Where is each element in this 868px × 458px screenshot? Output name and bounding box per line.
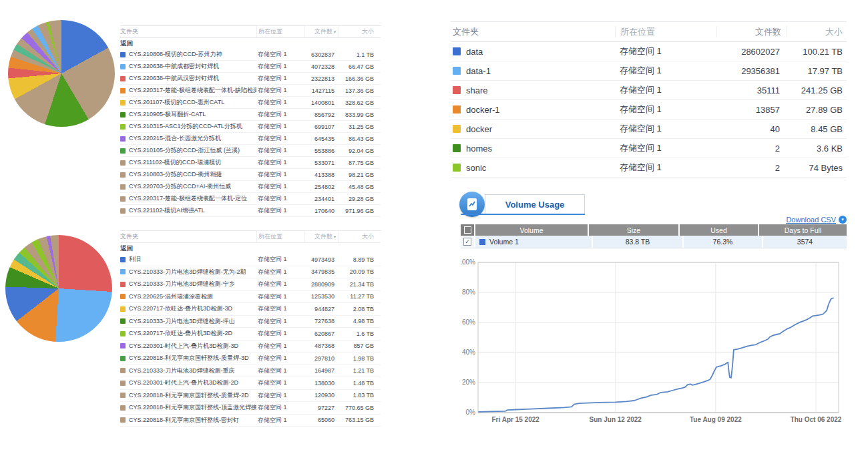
folder-name: CYS.220301-时代上汽-叠片机3D检测-2D (129, 379, 256, 387)
folder-file-count: 35111 (716, 85, 785, 95)
download-arrow-icon[interactable]: ▼ (839, 216, 847, 224)
table-row[interactable]: CYS.220638-中航武汉密封钉焊机存储空间 12322813166.36 … (120, 73, 381, 85)
table-row[interactable]: CYS.220317-楚能-极组卷绕装配一体机-定位存储空间 123440129… (120, 193, 381, 205)
folder-name-cell: CYS.220625-温州瑞浦涂覆检测 (120, 292, 256, 301)
table-row[interactable]: homes存储空间 123.6 KB (451, 139, 847, 158)
table-row[interactable]: CYS.210333-刀片电池3D焊缝检测-坪山存储空间 17276384.98… (120, 316, 381, 328)
table-row[interactable]: CYS.220625-温州瑞浦涂覆检测存储空间 1125353011.27 TB (120, 291, 381, 304)
table-row[interactable]: CYS.220818-利元亨南京国轩整线-顶盖激光焊接-...存储空间 1972… (120, 402, 381, 415)
download-csv-link[interactable]: Download CSV (786, 216, 836, 224)
folder-file-count: 4973493 (304, 256, 337, 263)
table-row[interactable]: CYS.210803-分拣的CCD-衢州翱捷存储空间 141338898.21 … (120, 169, 381, 181)
folder-name: CYS.211102-模切的CCD-瑞浦模切 (129, 158, 256, 167)
table-row[interactable]: data-1存储空间 12935638117.97 TB (451, 61, 847, 81)
table-row[interactable]: CYS.220317-楚能-极组卷绕装配一体机-缺陷检测存储空间 1142711… (120, 85, 381, 97)
folder-color-swatch (120, 148, 126, 154)
folder-name: CYS.220301-时代上汽-叠片机3D检测-3D (129, 342, 256, 351)
table-row[interactable]: CYS.220818-利元亨南京国轩整线-质量焊-2D存储空间 11209301… (120, 390, 381, 403)
table-row[interactable]: CYS.220818-利元亨南京国轩整线-密封钉存储空间 165060763.1… (120, 415, 381, 427)
folder-size: 328.62 GB (337, 99, 381, 106)
folder-color-swatch (120, 306, 126, 312)
table-row[interactable]: data存储空间 128602027100.21 TB (451, 42, 847, 61)
back-link[interactable]: 返回 (120, 243, 381, 254)
folder-name: 利旧 (129, 255, 256, 264)
folder-size: 29.28 GB (337, 196, 381, 202)
table-row[interactable]: docker存储空间 1408.45 GB (451, 120, 847, 139)
table-row[interactable]: CYS.210905-极耳翻折-CATL存储空间 1856792833.99 G… (120, 109, 381, 121)
table-row[interactable]: CYS.210105-分拣的CCD-浙江恒威 (兰溪)存储空间 15538869… (120, 145, 381, 157)
folder-color-swatch (453, 164, 461, 172)
column-header-count[interactable]: 文件数▾ (305, 231, 339, 242)
folder-file-count: 3479835 (304, 268, 337, 275)
folder-file-count: 856792 (304, 111, 337, 118)
column-header-count[interactable]: 文件数▾ (305, 26, 339, 37)
folder-name: CYS.210315-ASC1分拣的CCD-ATL分拣机 (129, 122, 256, 131)
folder-location: 存储空间 1 (256, 134, 304, 143)
table-row[interactable]: CYS.210333-刀片电池3D焊缝检测-无为-2期存储空间 13479835… (120, 266, 381, 279)
table-row[interactable]: CYS.220717-欣旺达-叠片机3D检测-2D存储空间 16208671.6… (120, 328, 381, 340)
table-row[interactable]: 利旧存储空间 149734938.89 TB (120, 254, 381, 266)
table-row[interactable]: docker-1存储空间 11385727.89 GB (451, 100, 847, 120)
column-header-location[interactable]: 所在位置 (616, 26, 717, 37)
column-header-count[interactable]: 文件数 (717, 26, 787, 37)
folder-file-count: 413388 (304, 172, 337, 178)
folder-file-count: 65060 (304, 417, 337, 423)
column-header-folder[interactable]: 文件夹 (120, 231, 257, 242)
y-axis-label: 40% (462, 349, 475, 356)
table-row[interactable]: CYS.210315-ASC1分拣的CCD-ATL分拣机存储空间 1699107… (120, 121, 381, 133)
folder-file-count: 487368 (304, 342, 337, 349)
folder-size: 17.97 TB (785, 66, 847, 76)
folder-file-count: 29356381 (716, 66, 785, 76)
folder-color-swatch (120, 196, 126, 202)
table-row[interactable]: CYS.220301-时代上汽-叠片机3D检测-2D存储空间 11380301.… (120, 377, 381, 390)
folder-name: share (466, 85, 488, 95)
folder-name-cell: CYS.210333-刀片电池3D焊缝检测-坪山 (120, 317, 256, 326)
column-header-size[interactable]: 大小 (339, 231, 381, 242)
folder-file-count: 4072328 (304, 63, 337, 70)
column-header-location[interactable]: 所在位置 (257, 26, 305, 37)
folder-color-swatch (120, 356, 126, 361)
folder-name: CYS.210333-刀片电池3D焊缝检测-坪山 (129, 317, 256, 326)
folder-name-cell: CYS.210803-分拣的CCD-衢州翱捷 (120, 170, 256, 179)
table-row[interactable]: CYS.220703-分拣的CCD+AI-衢州恒威存储空间 125480245.… (120, 181, 381, 193)
table-row[interactable]: CYS.220638-中航成都密封钉焊机存储空间 1407232866.47 G… (120, 61, 381, 73)
table-row[interactable]: CYS.221102-模切AI增强ATL存储空间 1170640971.96 G… (120, 205, 381, 217)
column-header-folder[interactable]: 文件夹 (451, 26, 616, 37)
folder-color-swatch (120, 88, 126, 93)
table-row[interactable]: CYS.210333-刀片电池3D焊缝检测-宁乡存储空间 1288090921.… (120, 278, 381, 291)
folder-location: 存储空间 1 (256, 268, 304, 276)
back-link[interactable]: 返回 (120, 38, 381, 49)
table-row[interactable]: CYS.210808-模切的CCD-苏州力神存储空间 163028371.1 T… (120, 49, 381, 61)
folder-color-swatch (120, 100, 126, 105)
folder-file-count: 2880909 (304, 281, 337, 288)
table-row[interactable]: CYS.220301-时代上汽-叠片机3D检测-3D存储空间 148736885… (120, 340, 381, 353)
table-row[interactable]: sonic存储空间 1274 Bytes (451, 158, 847, 178)
folder-name: CYS.210803-分拣的CCD-衢州翱捷 (129, 170, 256, 179)
folder-size: 8.89 TB (337, 256, 381, 263)
table-row[interactable]: CYS.220818-利元亨南京国轩整线-质量焊-3D存储空间 12978101… (120, 353, 381, 365)
table-row[interactable]: CYS.220717-欣旺达-叠片机3D检测-3D存储空间 19448272.0… (120, 303, 381, 316)
table-header: 文件夹 所在位置 文件数▾ 大小 (120, 25, 381, 38)
table-row[interactable]: share存储空间 135111241.25 GB (451, 81, 847, 100)
column-header-location[interactable]: 所在位置 (257, 231, 305, 242)
volume-row-checkbox[interactable]: ✓ (463, 238, 471, 246)
table-row[interactable]: CYS.210333-刀片电池3D焊缝检测-重庆存储空间 11649871.21… (120, 365, 381, 378)
select-all-checkbox[interactable] (464, 226, 471, 234)
folder-location: 存储空间 1 (615, 84, 716, 96)
folder-name-cell: CYS.210808-模切的CCD-苏州力神 (120, 50, 256, 59)
table-row[interactable]: CYS.211102-模切的CCD-瑞浦模切存储空间 153307187.75 … (120, 157, 381, 169)
column-header-folder[interactable]: 文件夹 (120, 26, 257, 37)
volume-row[interactable]: ✓ Volume 1 83.8 TB 76.3% 3574 (461, 236, 847, 248)
pie-chart-bottom-folders (5, 235, 112, 342)
folder-size: 763.15 GB (337, 417, 381, 423)
folder-file-count: 1253530 (304, 293, 337, 300)
folder-name-cell: CYS.220703-分拣的CCD+AI-衢州恒威 (120, 182, 256, 191)
column-header-size[interactable]: 大小 (339, 26, 381, 37)
column-header-used: Used (680, 224, 758, 236)
table-row[interactable]: CYS.220215-混合-长园激光分拣机存储空间 164543586.43 G… (120, 133, 381, 145)
table-row[interactable]: CYS.201107-模切的CCD-惠州CATL存储空间 11400801328… (120, 97, 381, 109)
volume-days-to-full: 3574 (763, 236, 847, 248)
column-header-size[interactable]: 大小 (787, 26, 847, 37)
folder-color-swatch (453, 125, 461, 133)
x-axis-label: Sun Jun 12 2022 (590, 416, 642, 423)
